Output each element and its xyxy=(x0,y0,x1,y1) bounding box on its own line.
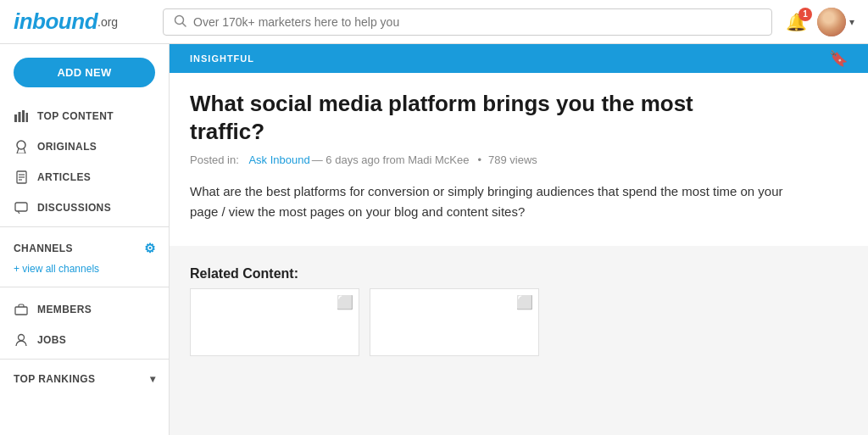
notification-bell[interactable]: 🔔 1 xyxy=(786,12,807,32)
sidebar-item-articles[interactable]: ARTICLES xyxy=(0,162,169,192)
related-cards: ⬜ ⬜ xyxy=(190,288,848,356)
sidebar-label-discussions: DISCUSSIONS xyxy=(37,202,111,214)
user-menu[interactable]: ▾ xyxy=(817,8,854,36)
person-icon xyxy=(14,332,29,348)
article-excerpt: What are the best platforms for conversi… xyxy=(190,181,783,222)
award-icon xyxy=(14,139,29,154)
bookmark-icon[interactable]: 🔖 xyxy=(829,49,848,68)
search-input[interactable] xyxy=(193,15,761,29)
sidebar-label-top-content: TOP CONTENT xyxy=(37,110,114,122)
chevron-down-icon: ▾ xyxy=(150,373,155,385)
avatar xyxy=(817,8,846,36)
site-header: inbound .org 🔔 1 ▾ xyxy=(0,0,868,44)
notification-badge: 1 xyxy=(798,8,812,21)
svg-point-6 xyxy=(17,141,25,149)
meta-category-link[interactable]: Ask Inbound xyxy=(248,153,309,166)
svg-rect-12 xyxy=(15,307,27,315)
article-body: What social media platform brings you th… xyxy=(170,73,868,246)
search-bar[interactable] xyxy=(163,8,772,36)
logo[interactable]: inbound .org xyxy=(14,8,149,35)
sidebar-item-discussions[interactable]: DISCUSSIONS xyxy=(0,192,169,223)
svg-point-13 xyxy=(19,335,25,341)
sidebar-item-members[interactable]: MEMBERS xyxy=(0,294,169,325)
related-bookmark-icon-2: ⬜ xyxy=(516,294,533,310)
gear-icon[interactable]: ⚙ xyxy=(144,241,155,256)
logo-inbound-text: inbound xyxy=(14,8,97,35)
svg-line-1 xyxy=(183,23,186,26)
sidebar-label-members: MEMBERS xyxy=(37,304,92,315)
related-title: Related Content: xyxy=(190,266,848,282)
sidebar: ADD NEW TOP CONTENT ORIGINALS ARTICLES xyxy=(0,44,170,435)
svg-rect-3 xyxy=(19,112,21,122)
sidebar-item-originals[interactable]: ORIGINALS xyxy=(0,131,169,162)
sidebar-divider-3 xyxy=(0,359,169,360)
channels-title: CHANNELS xyxy=(14,243,73,254)
svg-rect-5 xyxy=(26,113,29,122)
channels-section: CHANNELS ⚙ xyxy=(0,231,169,259)
svg-rect-2 xyxy=(14,114,17,122)
article-meta: Posted in: Ask Inbound — 6 days ago from… xyxy=(190,153,848,166)
svg-rect-4 xyxy=(22,110,25,122)
sidebar-bottom-nav: MEMBERS JOBS xyxy=(0,294,169,355)
search-icon xyxy=(174,14,186,30)
article-tag: INSIGHTFUL xyxy=(190,53,254,64)
related-section: Related Content: ⬜ ⬜ xyxy=(170,253,868,363)
top-rankings-label: TOP RANKINGS xyxy=(14,373,95,385)
article-card: INSIGHTFUL 🔖 What social media platform … xyxy=(170,44,868,246)
sidebar-nav: TOP CONTENT ORIGINALS ARTICLES DISCUSSIO… xyxy=(0,101,169,223)
briefcase-icon xyxy=(14,302,29,317)
main-layout: ADD NEW TOP CONTENT ORIGINALS ARTICLES xyxy=(0,44,868,435)
svg-rect-11 xyxy=(15,203,27,211)
add-new-button[interactable]: ADD NEW xyxy=(14,58,155,87)
article-title: What social media platform brings you th… xyxy=(190,90,766,145)
top-rankings-section[interactable]: TOP RANKINGS ▾ xyxy=(0,363,169,388)
meta-bullet: • xyxy=(477,153,481,166)
related-card-1[interactable]: ⬜ xyxy=(190,288,359,356)
main-content: INSIGHTFUL 🔖 What social media platform … xyxy=(170,44,868,435)
logo-org-text: .org xyxy=(97,15,118,29)
meta-prefix: Posted in: xyxy=(190,153,239,166)
sidebar-divider-2 xyxy=(0,287,169,287)
chat-icon xyxy=(14,200,29,215)
sidebar-label-jobs: JOBS xyxy=(37,334,66,346)
sidebar-label-articles: ARTICLES xyxy=(37,171,91,183)
document-icon xyxy=(14,170,29,185)
sidebar-item-top-content[interactable]: TOP CONTENT xyxy=(0,101,169,131)
meta-dash: — 6 days ago from Madi McKee xyxy=(312,153,470,166)
related-bookmark-icon-1: ⬜ xyxy=(337,294,353,310)
bar-chart-icon xyxy=(14,109,29,124)
related-card-2[interactable]: ⬜ xyxy=(370,288,539,356)
sidebar-item-jobs[interactable]: JOBS xyxy=(0,325,169,355)
header-icons: 🔔 1 ▾ xyxy=(786,8,854,36)
meta-views: 789 views xyxy=(488,153,537,166)
sidebar-divider-1 xyxy=(0,226,169,227)
article-tag-bar: INSIGHTFUL 🔖 xyxy=(170,44,868,73)
view-all-channels-link[interactable]: + view all channels xyxy=(0,259,169,283)
sidebar-label-originals: ORIGINALS xyxy=(37,141,97,153)
dropdown-arrow-icon: ▾ xyxy=(849,16,854,28)
